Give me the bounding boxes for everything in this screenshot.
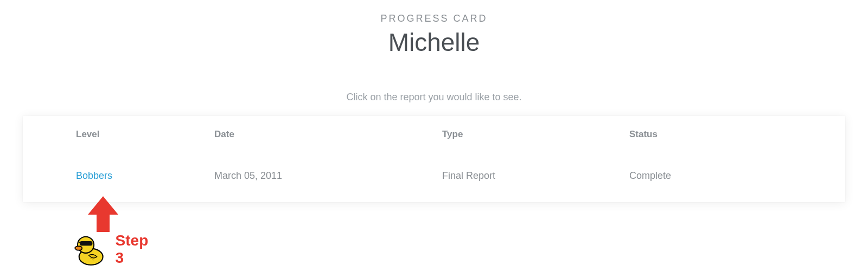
- reports-table: Level Date Type Status Bobbers March 05,…: [23, 116, 845, 202]
- col-header-status: Status: [629, 129, 738, 140]
- report-level-link[interactable]: Bobbers: [76, 170, 112, 181]
- tutorial-annotation: Step 3: [72, 196, 118, 247]
- instruction-text: Click on the report you would like to se…: [0, 92, 868, 103]
- table-row: Bobbers March 05, 2011 Final Report Comp…: [23, 170, 845, 182]
- table-header-row: Level Date Type Status: [23, 129, 845, 140]
- page-title: Michelle: [0, 28, 868, 57]
- report-status: Complete: [629, 170, 738, 182]
- page-eyebrow: PROGRESS CARD: [0, 13, 868, 24]
- col-header-type: Type: [442, 129, 629, 140]
- step-label: Step 3: [116, 232, 155, 267]
- report-date: March 05, 2011: [214, 170, 442, 182]
- duck-mascot-icon: [72, 228, 109, 271]
- svg-rect-2: [80, 241, 92, 246]
- svg-rect-3: [79, 242, 81, 243]
- col-header-level: Level: [76, 129, 214, 140]
- report-type: Final Report: [442, 170, 629, 182]
- col-header-date: Date: [214, 129, 442, 140]
